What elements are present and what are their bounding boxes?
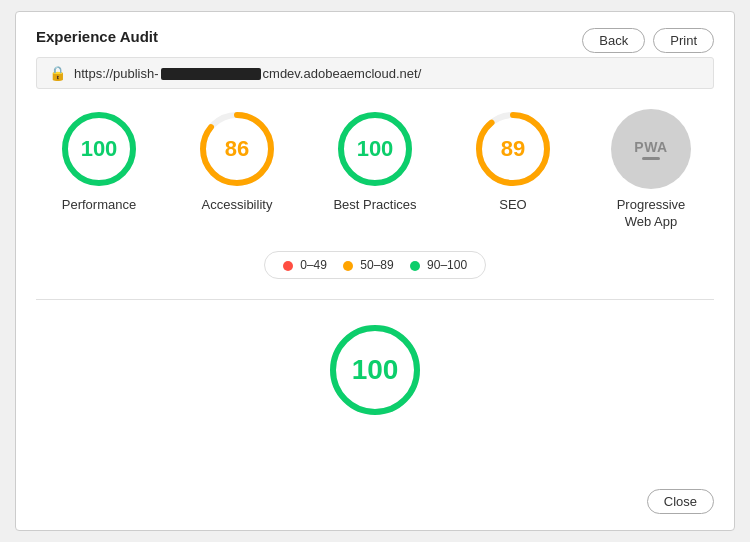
score-value-performance: 100: [81, 138, 118, 160]
score-label-performance: Performance: [62, 197, 136, 214]
score-value-seo: 89: [501, 138, 525, 160]
top-actions: Back Print: [582, 28, 714, 53]
score-item-pwa: PWA ProgressiveWeb App: [596, 109, 706, 231]
experience-audit-dialog: Experience Audit Back Print 🔒 https://pu…: [15, 11, 735, 531]
gauge-bottom: 100: [325, 320, 425, 420]
lock-icon: 🔒: [49, 65, 66, 81]
pwa-dash-icon: [642, 157, 660, 160]
score-item-accessibility: 86 Accessibility: [182, 109, 292, 231]
gauge-performance: 100: [59, 109, 139, 189]
legend-inner: 0–49 50–89 90–100: [264, 251, 486, 279]
bottom-score-section: 100: [36, 320, 714, 420]
gauge-accessibility: 86: [197, 109, 277, 189]
pwa-label: PWA: [634, 139, 667, 155]
legend-range-green: 90–100: [427, 258, 467, 272]
legend-dot-red: [283, 261, 293, 271]
url-text: https://publish-cmdev.adobeaemcloud.net/: [74, 66, 421, 81]
back-button[interactable]: Back: [582, 28, 645, 53]
legend-dot-green: [410, 261, 420, 271]
legend-range-orange: 50–89: [360, 258, 393, 272]
legend-dot-orange: [343, 261, 353, 271]
legend-item-green: 90–100: [410, 258, 467, 272]
score-item-performance: 100 Performance: [44, 109, 154, 231]
section-divider: [36, 299, 714, 300]
score-value-best-practices: 100: [357, 138, 394, 160]
legend-item-orange: 50–89: [343, 258, 394, 272]
score-label-seo: SEO: [499, 197, 526, 214]
score-value-accessibility: 86: [225, 138, 249, 160]
score-label-pwa: ProgressiveWeb App: [617, 197, 686, 231]
score-item-best-practices: 100 Best Practices: [320, 109, 430, 231]
score-value-bottom: 100: [352, 356, 399, 384]
close-row: Close: [647, 489, 714, 514]
legend: 0–49 50–89 90–100: [36, 251, 714, 279]
gauge-seo: 89: [473, 109, 553, 189]
url-bar: 🔒 https://publish-cmdev.adobeaemcloud.ne…: [36, 57, 714, 89]
close-button[interactable]: Close: [647, 489, 714, 514]
gauge-best-practices: 100: [335, 109, 415, 189]
score-label-accessibility: Accessibility: [202, 197, 273, 214]
scores-row: 100 Performance 86 Accessibility: [36, 109, 714, 231]
score-label-best-practices: Best Practices: [333, 197, 416, 214]
gauge-pwa: PWA: [611, 109, 691, 189]
legend-item-red: 0–49: [283, 258, 327, 272]
legend-range-red: 0–49: [300, 258, 327, 272]
score-item-seo: 89 SEO: [458, 109, 568, 231]
print-button[interactable]: Print: [653, 28, 714, 53]
